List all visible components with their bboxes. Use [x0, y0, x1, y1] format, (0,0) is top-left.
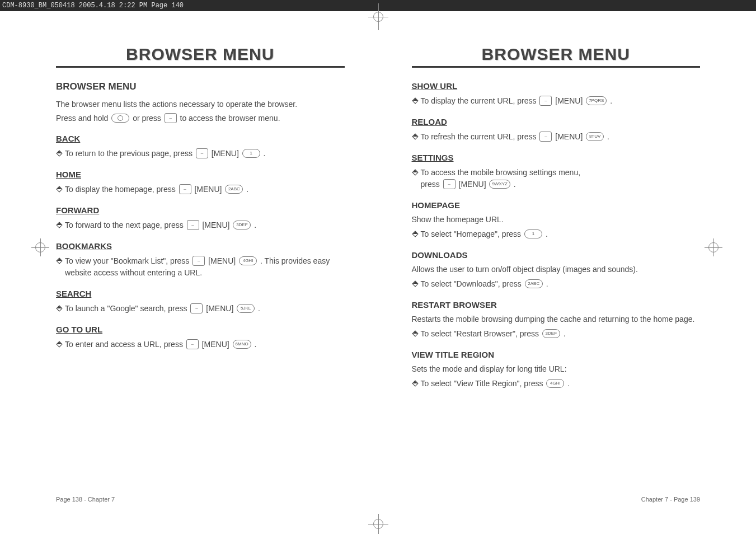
key-3-icon: 3DEF [542, 329, 560, 338]
key-6-icon: 6MNO [233, 340, 251, 349]
intro-text-1: The browser menu lists the actions neces… [56, 99, 345, 110]
homepage-bullet: To select "Homepage", press 1 . [413, 228, 701, 240]
softkey-icon: – [186, 339, 199, 349]
softkey-icon: – [539, 96, 552, 106]
reload-heading: RELOAD [412, 117, 701, 127]
softkey-icon: – [165, 113, 177, 123]
search-bullet: To launch a "Google" search, press – [ME… [57, 303, 345, 315]
page-left: BROWSER MENU BROWSER MENU The browser me… [56, 45, 378, 504]
softkey-icon: – [196, 148, 208, 158]
gotourl-heading: GO TO URL [56, 325, 345, 334]
downloads-heading: DOWNLOADS [412, 250, 701, 260]
softkey-icon: – [192, 256, 205, 266]
bookmarks-heading: BOOKMARKS [56, 241, 345, 251]
softkey-icon: – [539, 132, 552, 142]
crop-mark-left-icon [34, 241, 47, 254]
restart-heading: RESTART BROWSER [412, 300, 701, 310]
softkey-icon: – [190, 303, 203, 313]
key-7-icon: 7PQRS [586, 96, 607, 105]
bullet-icon [412, 169, 418, 175]
key-4-icon: 4GHI [239, 256, 257, 265]
ok-key-icon [111, 114, 129, 123]
page-spread: BROWSER MENU BROWSER MENU The browser me… [0, 11, 756, 504]
bullet-icon [56, 151, 62, 157]
page-title: BROWSER MENU [56, 45, 345, 64]
bullet-icon [56, 222, 62, 228]
settings-bullet: To access the mobile browsing settings m… [413, 167, 701, 190]
title-rule [56, 66, 345, 68]
restart-desc: Restarts the mobile browsing dumping the… [412, 314, 701, 325]
homepage-desc: Show the homepage URL. [412, 214, 701, 225]
viewtitle-bullet: To select "View Title Region", press 4GH… [413, 378, 701, 390]
settings-heading: SETTINGS [412, 153, 701, 162]
downloads-desc: Allows the user to turn on/off object di… [412, 264, 701, 275]
bullet-icon [412, 330, 418, 336]
title-rule [412, 66, 701, 68]
bullet-icon [412, 231, 418, 237]
footer-right: Chapter 7 - Page 139 [641, 496, 700, 503]
footer-left: Page 138 - Chapter 7 [56, 496, 115, 503]
crop-mark-top-icon [368, 3, 388, 30]
showurl-bullet: To display the current URL, press – [MEN… [413, 95, 701, 107]
key-2-icon: 2ABC [225, 185, 243, 194]
reload-bullet: To refresh the current URL, press – [MEN… [413, 131, 701, 143]
page-title: BROWSER MENU [412, 45, 701, 64]
showurl-heading: SHOW URL [412, 81, 701, 91]
crop-mark-bottom-icon [368, 514, 388, 534]
section-heading: BROWSER MENU [56, 81, 345, 92]
key-1-icon: 1 [524, 229, 542, 238]
forward-heading: FORWARD [56, 205, 345, 215]
restart-bullet: To select "Restart Browser", press 3DEF … [413, 328, 701, 340]
page-right: BROWSER MENU SHOW URL To display the cur… [378, 45, 701, 504]
key-9-icon: 9WXYZ [489, 180, 510, 189]
key-3-icon: 3DEF [233, 221, 251, 229]
bullet-icon [56, 186, 62, 193]
imposition-text: CDM-8930_BM_050418 2005.4.18 2:22 PM Pag… [2, 2, 184, 10]
forward-bullet: To forward to the next page, press – [ME… [57, 219, 345, 231]
key-1-icon: 1 [242, 149, 260, 158]
bullet-icon [56, 306, 62, 312]
bookmarks-bullet: To view your "Bookmark List", press – [M… [57, 255, 345, 279]
key-4-icon: 4GHI [546, 379, 564, 388]
home-bullet: To display the homepage, press – [MENU] … [57, 184, 345, 195]
back-heading: BACK [56, 134, 345, 143]
intro-text-2: Press and hold or press – to access the … [56, 113, 345, 124]
bullet-icon [412, 380, 418, 386]
search-heading: SEARCH [56, 289, 345, 298]
bullet-icon [412, 97, 418, 104]
home-heading: HOME [56, 170, 345, 179]
softkey-icon: – [179, 184, 191, 194]
key-2-icon: 2ABC [525, 279, 543, 288]
key-5-icon: 5JKL [237, 304, 255, 313]
softkey-icon: – [187, 220, 199, 230]
softkey-icon: – [443, 179, 456, 189]
viewtitle-desc: Sets the mode and display for long title… [412, 364, 701, 374]
bullet-icon [412, 133, 418, 139]
back-bullet: To return to the previous page, press – … [57, 148, 345, 160]
crop-mark-right-icon [707, 241, 720, 254]
key-8-icon: 8TUV [586, 132, 604, 141]
bullet-icon [56, 341, 62, 348]
gotourl-bullet: To enter and access a URL, press – [MENU… [57, 339, 345, 350]
homepage-heading: HOMEPAGE [412, 200, 701, 210]
downloads-bullet: To select "Downloads", press 2ABC . [413, 278, 701, 290]
bullet-icon [56, 258, 62, 264]
viewtitle-heading: VIEW TITLE REGION [412, 350, 701, 359]
bullet-icon [412, 280, 418, 287]
